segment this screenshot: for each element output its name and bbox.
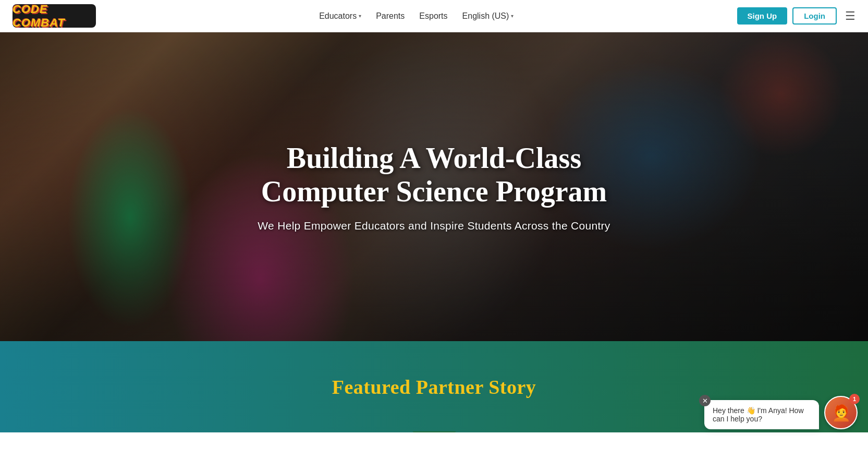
chat-bubble: ✕ Hey there 👋 I'm Anya! How can I help y… bbox=[704, 400, 819, 429]
nav-language-label: English (US) bbox=[462, 11, 509, 21]
hero-title-line2: Computer Science Program bbox=[261, 175, 607, 208]
hero-title-line1: Building A World-Class bbox=[287, 142, 581, 174]
hero-subtitle: We Help Empower Educators and Inspire St… bbox=[258, 220, 610, 232]
logo-text: CODE COMBAT bbox=[13, 4, 96, 28]
featured-chevron bbox=[412, 431, 456, 432]
chat-close-button[interactable]: ✕ bbox=[699, 395, 711, 406]
hero-title: Building A World-Class Computer Science … bbox=[258, 141, 610, 209]
language-dropdown-arrow: ▾ bbox=[511, 13, 514, 19]
hero-content: Building A World-Class Computer Science … bbox=[237, 141, 631, 233]
featured-title: Featured Partner Story bbox=[332, 376, 536, 398]
chat-widget: ✕ Hey there 👋 I'm Anya! How can I help y… bbox=[704, 396, 858, 429]
signup-button[interactable]: Sign Up bbox=[737, 7, 788, 25]
nav-parents-label: Parents bbox=[376, 11, 405, 21]
educators-dropdown-arrow: ▾ bbox=[359, 13, 361, 19]
logo-image: CODE COMBAT bbox=[13, 4, 96, 28]
nav-links: Educators ▾ Parents Esports English (US)… bbox=[319, 11, 514, 21]
nav-educators-label: Educators bbox=[319, 11, 357, 21]
chat-avatar-emoji: 🧑‍🦰 bbox=[832, 404, 851, 422]
nav-item-parents[interactable]: Parents bbox=[376, 11, 405, 21]
login-button[interactable]: Login bbox=[792, 7, 837, 25]
hamburger-icon[interactable]: ☰ bbox=[845, 9, 855, 23]
nav-esports-label: Esports bbox=[419, 11, 447, 21]
chat-avatar-container[interactable]: 🧑‍🦰 1 bbox=[824, 396, 858, 429]
logo[interactable]: CODE COMBAT bbox=[13, 4, 96, 28]
nav-item-educators[interactable]: Educators ▾ bbox=[319, 11, 361, 21]
nav-actions: Sign Up Login ☰ bbox=[737, 7, 856, 25]
nav-item-language[interactable]: English (US) ▾ bbox=[462, 11, 514, 21]
chat-message: Hey there 👋 I'm Anya! How can I help you… bbox=[713, 406, 804, 423]
navbar: CODE COMBAT Educators ▾ Parents Esports … bbox=[0, 0, 868, 32]
nav-item-esports[interactable]: Esports bbox=[419, 11, 447, 21]
chat-notification-badge: 1 bbox=[849, 394, 860, 404]
hero-section: Building A World-Class Computer Science … bbox=[0, 32, 868, 341]
